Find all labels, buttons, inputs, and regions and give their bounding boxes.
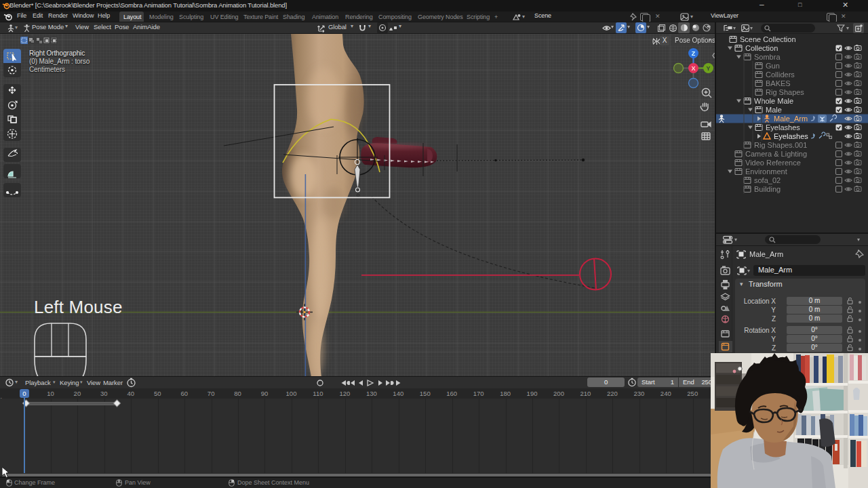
svg-text:Environment: Environment [745,167,787,176]
svg-text:Collection: Collection [745,44,778,52]
svg-text:Z: Z [692,50,696,57]
svg-text:Whole Male: Whole Male [754,97,793,105]
svg-text:BAKES: BAKES [766,79,791,87]
svg-text:X: X [692,65,696,72]
svg-text:Rig Shapes: Rig Shapes [766,88,804,96]
svg-text:Colliders: Colliders [766,70,795,79]
svg-text:Video Reference: Video Reference [745,159,801,167]
svg-text:Eyelashes: Eyelashes [766,123,800,131]
svg-text:Rig Shapes.001: Rig Shapes.001 [754,141,807,149]
svg-text:Male: Male [766,106,782,114]
svg-text:Scene Collection: Scene Collection [740,35,796,43]
svg-text:sofa_02: sofa_02 [754,176,781,184]
svg-text:Eyelashes: Eyelashes [774,132,808,140]
svg-text:Gun: Gun [766,62,780,70]
svg-text:Y: Y [707,65,711,72]
svg-text:Sombra: Sombra [754,53,781,61]
svg-text:Male_Arm: Male_Arm [774,115,808,123]
svg-text:Camera & Lighting: Camera & Lighting [745,150,807,158]
svg-text:Building: Building [754,185,781,193]
